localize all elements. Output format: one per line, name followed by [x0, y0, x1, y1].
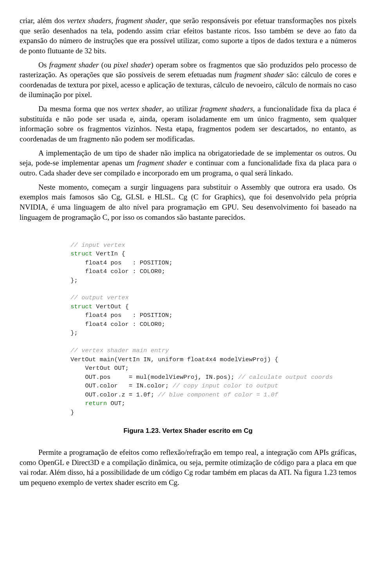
paragraph-1: criar, além dos vertex shaders, fragment… — [20, 16, 356, 56]
code-keyword: struct — [70, 303, 92, 310]
code-line: VertIn { — [92, 250, 125, 257]
paragraph-2: Os fragment shader (ou pixel shader) ope… — [20, 60, 356, 100]
code-keyword: return — [85, 400, 107, 407]
text: criar, além dos — [20, 16, 67, 25]
text: Neste momento, começam a surgir linguage… — [20, 183, 356, 221]
code-line: } — [70, 409, 74, 416]
text: Da mesma forma que nos — [38, 105, 121, 113]
code-line: }; — [70, 329, 78, 337]
paragraph-4: A implementação de um tipo de shader não… — [20, 148, 356, 178]
emphasis: fragment shader — [49, 61, 99, 69]
text: Permite a programação de efeitos como re… — [20, 448, 356, 487]
paragraph-5: Neste momento, começam a surgir linguage… — [20, 182, 356, 223]
text: , — [111, 16, 116, 25]
code-comment: // output vertex — [70, 294, 129, 301]
code-line: OUT; — [107, 400, 125, 407]
code-line — [70, 400, 85, 407]
emphasis: fragment shaders — [200, 105, 253, 113]
code-line: float4 pos : POSITION; — [70, 312, 172, 319]
text: , ao utilizar — [162, 105, 200, 113]
code-line: OUT.color = IN.color; — [70, 382, 172, 389]
paragraph-6: Permite a programação de efeitos como re… — [20, 447, 356, 488]
code-comment: // input vertex — [70, 242, 125, 249]
code-line: float4 color : COLOR0; — [70, 268, 165, 275]
text: Os — [38, 61, 49, 69]
text: (ou — [99, 61, 114, 69]
code-keyword: struct — [70, 250, 92, 257]
emphasis: pixel shader — [114, 61, 151, 69]
code-comment: // blue component of color = 1.0f — [158, 391, 278, 398]
code-line: OUT.pos = mul(modelViewProj, IN.pos); — [70, 374, 238, 381]
emphasis: fragment shader — [116, 16, 165, 25]
emphasis: fragment shader — [137, 159, 187, 167]
emphasis: fragment shader — [234, 71, 284, 79]
code-line: VertOut OUT; — [70, 365, 129, 372]
code-line: float4 pos : POSITION; — [70, 259, 172, 266]
code-line: VertOut { — [92, 303, 129, 310]
code-line: }; — [70, 277, 78, 284]
code-comment: // calculate output coords — [238, 374, 333, 381]
code-comment: // copy input color to output — [172, 382, 278, 389]
code-line: float4 color : COLOR0; — [70, 321, 165, 328]
emphasis: vertex shaders — [67, 16, 111, 25]
emphasis: vertex shader — [121, 105, 162, 113]
code-listing: // input vertex struct VertIn { float4 p… — [20, 226, 356, 419]
figure-caption: Figura 1.23. Vertex Shader escrito em Cg — [20, 427, 356, 436]
code-line: VertOut main(VertIn IN, uniform float4x4… — [70, 356, 278, 363]
code-comment: // vertex shader main entry — [70, 347, 169, 354]
code-line: OUT.color.z = 1.0f; — [70, 391, 158, 398]
paragraph-3: Da mesma forma que nos vertex shader, ao… — [20, 104, 356, 144]
